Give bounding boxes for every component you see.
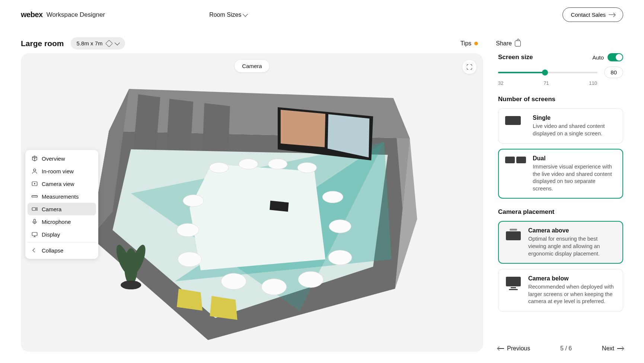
screen-size-slider[interactable] [498,72,597,73]
tool-label: Overview [42,155,65,162]
chevron-left-icon [31,247,38,254]
share-button[interactable]: Share [496,40,521,47]
slider-thumb[interactable] [542,70,548,76]
section-camera-placement: Camera placement Camera above Optimal fo… [498,208,623,311]
room-3d-viewport[interactable]: Camera Overview In-room view [21,53,483,352]
chevron-down-icon [114,40,119,45]
mic-icon [31,218,38,225]
top-bar: webex Workspace Designer Room Sizes Cont… [0,0,644,30]
view-tag: Camera [235,60,269,72]
paint-icon [105,40,113,47]
tool-label: Microphone [42,219,71,225]
chevron-down-icon [243,11,248,16]
tool-microphone[interactable]: Microphone [28,215,96,228]
display-icon [31,231,38,238]
svg-point-28 [298,272,323,287]
tips-button[interactable]: Tips [460,40,478,47]
tool-measurements[interactable]: Measurements [28,190,96,203]
person-icon [31,168,38,174]
next-label: Next [602,345,614,352]
svg-point-20 [183,195,204,207]
svg-point-37 [34,183,35,184]
fullscreen-icon [467,64,472,70]
auto-toggle[interactable] [608,53,623,61]
brand-logo: webex [21,10,43,19]
tool-label: Camera view [42,181,74,187]
svg-point-24 [329,220,351,233]
arrow-left-icon [498,348,504,349]
settings-panel: Screen size Auto 80 32 71 110 Nu [498,53,623,352]
svg-rect-41 [32,232,37,236]
single-screen-icon [505,116,526,125]
tips-indicator-icon [474,42,478,45]
svg-point-22 [178,252,201,267]
svg-point-16 [210,163,229,173]
option-desc: Immersive visual experience with the liv… [533,163,616,192]
option-title: Camera below [528,275,616,282]
share-icon [515,41,521,46]
tool-in-room-view[interactable]: In-room view [28,165,96,177]
option-camera-below[interactable]: Camera below Recommended when deployed w… [498,269,623,312]
option-title: Single [533,115,616,121]
tool-label: Measurements [42,193,79,200]
tool-display[interactable]: Display [28,228,96,241]
svg-point-26 [221,273,246,289]
tips-label: Tips [460,40,472,47]
svg-point-27 [262,279,287,295]
nav-room-sizes[interactable]: Room Sizes [209,12,247,18]
svg-point-17 [239,159,258,169]
dual-screen-icon [505,157,526,163]
option-dual-screen[interactable]: Dual Immersive visual experience with th… [498,149,623,199]
tool-collapse[interactable]: Collapse [28,244,96,257]
frame-icon [31,180,38,187]
contact-sales-button[interactable]: Contact Sales [562,7,623,22]
section-screen-size: Screen size Auto 80 32 71 110 [498,53,623,86]
svg-rect-40 [34,219,36,222]
view-tools-panel: Overview In-room view Camera view [25,150,98,259]
tool-label: In-room view [42,168,74,174]
option-single-screen[interactable]: Single Live video and shared content dis… [498,108,623,144]
contact-sales-label: Contact Sales [571,12,606,18]
svg-point-34 [121,280,141,289]
tool-camera-view[interactable]: Camera view [28,177,96,190]
num-screens-title: Number of screens [498,96,623,103]
camera-below-icon [505,277,522,290]
arrow-right-icon [617,348,623,349]
previous-button[interactable]: Previous [498,345,530,352]
sub-header: Large room 5.8m x 7m Tips Share [0,30,644,53]
svg-rect-39 [32,208,36,211]
svg-marker-30 [210,296,237,320]
svg-point-19 [297,163,316,173]
next-button[interactable]: Next [602,345,623,352]
tool-camera[interactable]: Camera [28,203,96,215]
room-title: Large room [21,39,64,48]
svg-marker-15 [270,201,288,212]
option-desc: Optimal for ensuring the best viewing an… [528,235,616,257]
option-desc: Live video and shared content displayed … [533,123,616,137]
cube-icon [31,155,38,162]
previous-label: Previous [507,345,530,352]
svg-point-23 [322,191,343,203]
option-title: Dual [533,155,616,162]
screen-size-value: 80 [604,67,623,78]
cam-placement-title: Camera placement [498,208,623,216]
ruler-icon [31,193,38,200]
svg-point-18 [268,159,287,169]
tool-label: Display [42,231,60,238]
tool-overview[interactable]: Overview [28,152,96,165]
tool-label: Collapse [42,247,63,254]
svg-point-21 [177,224,199,237]
slider-mid: 71 [543,80,549,86]
nav-room-sizes-label: Room Sizes [209,12,241,18]
option-desc: Recommended when deployed with larger sc… [528,283,616,305]
room-dimensions-text: 5.8m x 7m [77,40,103,46]
option-camera-above[interactable]: Camera above Optimal for ensuring the be… [498,221,623,264]
fullscreen-button[interactable] [462,60,476,74]
room-dimensions-pill[interactable]: 5.8m x 7m [71,37,125,49]
arrow-right-icon [609,15,615,15]
svg-marker-12 [281,110,325,147]
slider-min: 32 [498,80,503,86]
screen-size-title: Screen size [498,54,533,61]
brand-product: Workspace Designer [47,11,105,19]
camera-icon [31,206,38,212]
